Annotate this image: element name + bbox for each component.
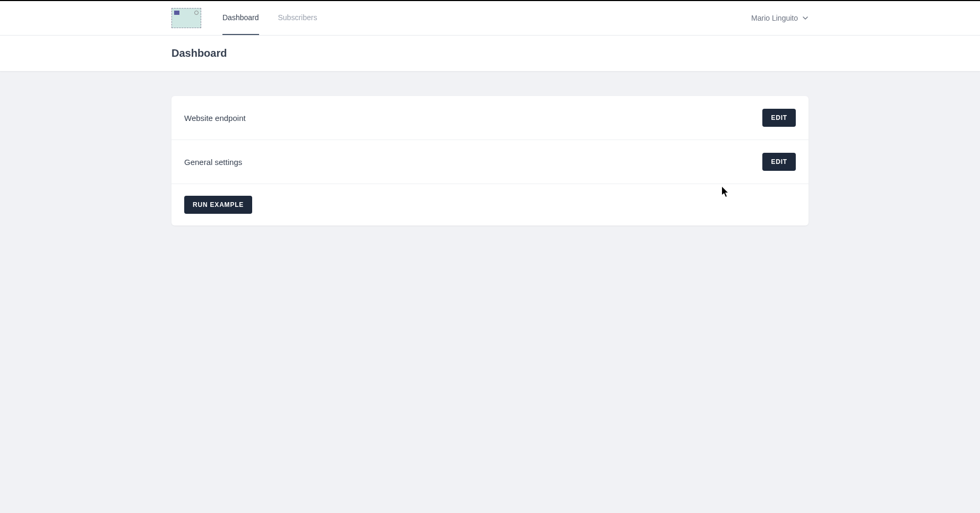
logo-stamp-icon <box>174 11 179 15</box>
nav-dashboard-label: Dashboard <box>222 13 259 22</box>
chevron-down-icon <box>802 15 809 21</box>
nav-subscribers[interactable]: Subscribers <box>278 1 317 35</box>
primary-nav: Dashboard Subscribers <box>222 1 317 35</box>
user-name-label: Mario Linguito <box>751 14 798 22</box>
settings-row-website-endpoint: Website endpoint EDIT <box>171 96 809 140</box>
row-label-website-endpoint: Website endpoint <box>184 114 246 123</box>
page-subheader: Dashboard <box>0 36 980 72</box>
row-label-general-settings: General settings <box>184 158 242 167</box>
edit-website-endpoint-button[interactable]: EDIT <box>762 109 796 127</box>
run-example-button[interactable]: RUN EXAMPLE <box>184 196 252 214</box>
app-logo[interactable] <box>171 8 201 28</box>
settings-card: Website endpoint EDIT General settings E… <box>171 96 809 225</box>
nav-dashboard[interactable]: Dashboard <box>222 1 259 35</box>
card-footer: RUN EXAMPLE <box>171 184 809 225</box>
main-header: Dashboard Subscribers Mario Linguito <box>0 1 980 36</box>
main-content: Website endpoint EDIT General settings E… <box>166 72 814 250</box>
nav-subscribers-label: Subscribers <box>278 13 317 22</box>
settings-row-general-settings: General settings EDIT <box>171 140 809 184</box>
user-menu[interactable]: Mario Linguito <box>751 14 809 22</box>
logo-postmark-icon <box>194 11 199 15</box>
page-title: Dashboard <box>171 47 809 59</box>
edit-general-settings-button[interactable]: EDIT <box>762 153 796 171</box>
